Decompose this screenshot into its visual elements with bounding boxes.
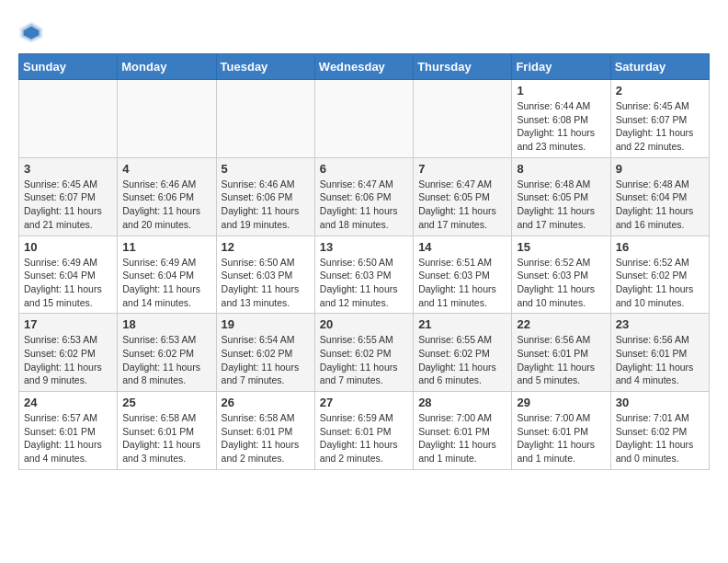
- col-monday: Monday: [118, 54, 216, 80]
- logo-icon: [18, 18, 44, 44]
- col-thursday: Thursday: [414, 54, 512, 80]
- day-info: Sunrise: 6:47 AM Sunset: 6:06 PM Dayligh…: [320, 178, 408, 232]
- calendar-cell: 8Sunrise: 6:48 AM Sunset: 6:05 PM Daylig…: [512, 157, 610, 236]
- calendar-week-3: 10Sunrise: 6:49 AM Sunset: 6:04 PM Dayli…: [19, 236, 710, 314]
- day-number: 13: [320, 240, 408, 254]
- day-number: 19: [222, 317, 310, 331]
- col-sunday: Sunday: [19, 54, 118, 80]
- calendar-cell: 4Sunrise: 6:46 AM Sunset: 6:06 PM Daylig…: [118, 157, 216, 236]
- day-number: 14: [418, 240, 506, 254]
- calendar-cell: 10Sunrise: 6:49 AM Sunset: 6:04 PM Dayli…: [19, 236, 118, 314]
- calendar-header: Sunday Monday Tuesday Wednesday Thursday…: [19, 54, 710, 80]
- calendar-cell: 24Sunrise: 6:57 AM Sunset: 6:01 PM Dayli…: [19, 392, 118, 470]
- day-info: Sunrise: 6:55 AM Sunset: 6:02 PM Dayligh…: [320, 333, 408, 387]
- calendar-cell: [216, 80, 314, 158]
- day-info: Sunrise: 6:56 AM Sunset: 6:01 PM Dayligh…: [616, 333, 704, 387]
- calendar-cell: 3Sunrise: 6:45 AM Sunset: 6:07 PM Daylig…: [19, 157, 118, 236]
- calendar-cell: 21Sunrise: 6:55 AM Sunset: 6:02 PM Dayli…: [414, 314, 512, 392]
- header-row: Sunday Monday Tuesday Wednesday Thursday…: [19, 54, 710, 80]
- calendar-cell: 16Sunrise: 6:52 AM Sunset: 6:02 PM Dayli…: [610, 236, 709, 314]
- calendar-cell: 23Sunrise: 6:56 AM Sunset: 6:01 PM Dayli…: [610, 314, 709, 392]
- day-info: Sunrise: 6:48 AM Sunset: 6:04 PM Dayligh…: [616, 178, 704, 232]
- day-info: Sunrise: 7:00 AM Sunset: 6:01 PM Dayligh…: [418, 411, 506, 465]
- page-header: [18, 18, 710, 44]
- calendar-cell: [414, 80, 512, 158]
- calendar-cell: 17Sunrise: 6:53 AM Sunset: 6:02 PM Dayli…: [19, 314, 118, 392]
- day-number: 25: [122, 396, 210, 409]
- day-info: Sunrise: 6:56 AM Sunset: 6:01 PM Dayligh…: [517, 333, 605, 387]
- day-info: Sunrise: 6:45 AM Sunset: 6:07 PM Dayligh…: [616, 99, 704, 154]
- logo: [18, 18, 48, 44]
- calendar-table: Sunday Monday Tuesday Wednesday Thursday…: [18, 53, 710, 470]
- calendar-cell: 27Sunrise: 6:59 AM Sunset: 6:01 PM Dayli…: [314, 392, 413, 470]
- calendar-cell: 26Sunrise: 6:58 AM Sunset: 6:01 PM Dayli…: [216, 392, 314, 470]
- day-number: 23: [616, 317, 704, 331]
- calendar-cell: 9Sunrise: 6:48 AM Sunset: 6:04 PM Daylig…: [610, 157, 709, 236]
- calendar-cell: 6Sunrise: 6:47 AM Sunset: 6:06 PM Daylig…: [314, 157, 413, 236]
- calendar-body: 1Sunrise: 6:44 AM Sunset: 6:08 PM Daylig…: [19, 80, 710, 470]
- day-number: 22: [517, 317, 605, 331]
- calendar-cell: 14Sunrise: 6:51 AM Sunset: 6:03 PM Dayli…: [414, 236, 512, 314]
- day-number: 27: [320, 396, 408, 409]
- day-number: 16: [616, 240, 704, 254]
- day-info: Sunrise: 6:54 AM Sunset: 6:02 PM Dayligh…: [222, 333, 310, 387]
- day-info: Sunrise: 6:53 AM Sunset: 6:02 PM Dayligh…: [24, 333, 112, 387]
- day-info: Sunrise: 6:59 AM Sunset: 6:01 PM Dayligh…: [320, 411, 408, 465]
- day-info: Sunrise: 6:46 AM Sunset: 6:06 PM Dayligh…: [222, 178, 310, 232]
- day-number: 29: [517, 396, 605, 409]
- day-number: 6: [320, 162, 408, 176]
- col-friday: Friday: [512, 54, 610, 80]
- calendar-cell: [314, 80, 413, 158]
- day-number: 9: [616, 162, 704, 176]
- calendar-cell: 20Sunrise: 6:55 AM Sunset: 6:02 PM Dayli…: [314, 314, 413, 392]
- day-info: Sunrise: 6:49 AM Sunset: 6:04 PM Dayligh…: [122, 256, 210, 310]
- day-number: 8: [517, 162, 605, 176]
- day-info: Sunrise: 6:50 AM Sunset: 6:03 PM Dayligh…: [222, 256, 310, 310]
- calendar-cell: [118, 80, 216, 158]
- day-number: 18: [122, 317, 210, 331]
- calendar-cell: 1Sunrise: 6:44 AM Sunset: 6:08 PM Daylig…: [512, 80, 610, 158]
- day-info: Sunrise: 6:50 AM Sunset: 6:03 PM Dayligh…: [320, 256, 408, 310]
- day-number: 5: [222, 162, 310, 176]
- calendar-cell: 11Sunrise: 6:49 AM Sunset: 6:04 PM Dayli…: [118, 236, 216, 314]
- day-number: 15: [517, 240, 605, 254]
- calendar-cell: 19Sunrise: 6:54 AM Sunset: 6:02 PM Dayli…: [216, 314, 314, 392]
- calendar-week-5: 24Sunrise: 6:57 AM Sunset: 6:01 PM Dayli…: [19, 392, 710, 470]
- calendar-cell: 5Sunrise: 6:46 AM Sunset: 6:06 PM Daylig…: [216, 157, 314, 236]
- calendar-cell: 28Sunrise: 7:00 AM Sunset: 6:01 PM Dayli…: [414, 392, 512, 470]
- calendar-week-4: 17Sunrise: 6:53 AM Sunset: 6:02 PM Dayli…: [19, 314, 710, 392]
- calendar-cell: 7Sunrise: 6:47 AM Sunset: 6:05 PM Daylig…: [414, 157, 512, 236]
- calendar-cell: 2Sunrise: 6:45 AM Sunset: 6:07 PM Daylig…: [610, 80, 709, 158]
- calendar-cell: 22Sunrise: 6:56 AM Sunset: 6:01 PM Dayli…: [512, 314, 610, 392]
- day-number: 1: [517, 84, 605, 98]
- day-info: Sunrise: 6:46 AM Sunset: 6:06 PM Dayligh…: [122, 178, 210, 232]
- calendar-week-2: 3Sunrise: 6:45 AM Sunset: 6:07 PM Daylig…: [19, 157, 710, 236]
- day-number: 11: [122, 240, 210, 254]
- calendar-cell: 30Sunrise: 7:01 AM Sunset: 6:02 PM Dayli…: [610, 392, 709, 470]
- col-wednesday: Wednesday: [314, 54, 413, 80]
- calendar-cell: [19, 80, 118, 158]
- day-info: Sunrise: 6:58 AM Sunset: 6:01 PM Dayligh…: [222, 411, 310, 465]
- day-info: Sunrise: 6:53 AM Sunset: 6:02 PM Dayligh…: [122, 333, 210, 387]
- day-number: 24: [24, 396, 112, 409]
- day-info: Sunrise: 6:52 AM Sunset: 6:03 PM Dayligh…: [517, 256, 605, 310]
- day-info: Sunrise: 6:51 AM Sunset: 6:03 PM Dayligh…: [418, 256, 506, 310]
- day-info: Sunrise: 6:48 AM Sunset: 6:05 PM Dayligh…: [517, 178, 605, 232]
- day-number: 30: [616, 396, 704, 409]
- day-info: Sunrise: 6:49 AM Sunset: 6:04 PM Dayligh…: [24, 256, 112, 310]
- calendar-cell: 15Sunrise: 6:52 AM Sunset: 6:03 PM Dayli…: [512, 236, 610, 314]
- day-info: Sunrise: 6:44 AM Sunset: 6:08 PM Dayligh…: [517, 99, 605, 154]
- day-number: 26: [222, 396, 310, 409]
- day-number: 21: [418, 317, 506, 331]
- day-number: 7: [418, 162, 506, 176]
- day-info: Sunrise: 6:45 AM Sunset: 6:07 PM Dayligh…: [24, 178, 112, 232]
- calendar-cell: 18Sunrise: 6:53 AM Sunset: 6:02 PM Dayli…: [118, 314, 216, 392]
- calendar-week-1: 1Sunrise: 6:44 AM Sunset: 6:08 PM Daylig…: [19, 80, 710, 158]
- day-number: 3: [24, 162, 112, 176]
- day-number: 20: [320, 317, 408, 331]
- day-number: 12: [222, 240, 310, 254]
- day-number: 4: [122, 162, 210, 176]
- day-number: 10: [24, 240, 112, 254]
- calendar-cell: 12Sunrise: 6:50 AM Sunset: 6:03 PM Dayli…: [216, 236, 314, 314]
- day-info: Sunrise: 6:57 AM Sunset: 6:01 PM Dayligh…: [24, 411, 112, 465]
